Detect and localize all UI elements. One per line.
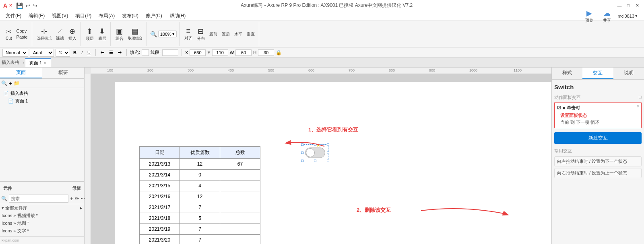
common-interaction-2[interactable]: 向右拖动结束时 / 设置为上一个状态 [554,168,642,178]
pages-tree: 📄 插入表格 📄 页面 1 [0,88,84,181]
combine-button[interactable]: ▣ 组合 [114,26,125,42]
layer-group: ⬆ 顶层 ⬇ 底层 [82,22,111,46]
canvas-background[interactable]: 日期 优质篇数 总数 2021/3/1312672021/3/1402021/3… [91,74,551,244]
h-input[interactable] [258,49,274,56]
zoom-group: 🔍 100% ▾ [148,22,180,46]
brand-footer: kkpan.com [0,236,84,244]
align-center-button[interactable]: ☰ [107,49,115,55]
align-left-button[interactable]: ⬅ [99,49,106,55]
component-group-1[interactable]: Icons » 视频播放 * [0,212,84,219]
dropdown-icon: ▾ [635,13,638,18]
paste-button[interactable]: Paste [15,34,29,40]
align-button[interactable]: ≡ 对齐 [183,26,194,42]
menu-layout[interactable]: 布局(A) [95,12,118,20]
search-components-input[interactable] [9,195,68,203]
username-display[interactable]: mcl0813 ▾ [617,13,638,18]
align-buttons: ≡ 对齐 ⊟ 分布 置前 置后 水平 垂直 [183,23,256,45]
table-cell-5-0: 2021/3/18 [140,213,180,224]
top-layer-button[interactable]: ⬆ 顶层 [84,26,95,42]
fontsize-select[interactable]: 13 [56,49,70,57]
interaction-tab[interactable]: 交互 [582,68,613,79]
interaction-section-label: 动作面板交互 □ [554,94,642,102]
undo-icon[interactable]: ↩ [25,2,30,9]
format-toolbar: Normal Arial 13 B I U ⬅ ☰ ➡ 填充: 线段: X Y … [0,47,644,58]
vertical-button[interactable]: 垂直 [245,31,256,38]
bottom-layer-button[interactable]: ⬇ 底层 [97,26,108,42]
copy-button[interactable]: Copy [15,28,29,34]
preview-button[interactable]: ▶ 预览 [582,9,597,23]
select-mode-button[interactable]: ⊹ 选择模式 [35,26,53,42]
menu-project[interactable]: 项目(P) [72,12,95,20]
tools-buttons: ⊹ 选择模式 ⟋ 连接 ⊕ 插入 [35,23,78,45]
component-group-2[interactable]: Icons » 地图 * [0,219,84,227]
page-tree-item-1[interactable]: 📄 插入表格 [2,90,83,97]
distribute-button[interactable]: ⊟ 分布 [195,26,206,42]
maximize-button[interactable]: □ [625,2,632,9]
folder-icon[interactable]: 📁 [14,80,20,86]
zoom-controls: 🔍 100% ▾ [150,23,177,45]
component-lib-header[interactable]: ▾ 全部元件库 ▸ [0,204,84,212]
back-button[interactable]: 置后 [220,31,231,38]
table-row: 2021/3/131267 [140,159,260,170]
masters-tab[interactable]: 母板 [70,184,83,193]
add-component-icon[interactable]: + [70,195,73,202]
y-label: Y [207,50,210,55]
group2-label: Icons » 地图 * [2,220,29,226]
share-button[interactable]: ☁ 共享 [600,9,614,23]
data-table: 日期 优质篇数 总数 2021/3/1312672021/3/1402021/3… [139,146,260,244]
zoom-dropdown-icon[interactable]: ▾ [172,31,175,37]
menu-publish[interactable]: 发布(U) [119,12,142,20]
bold-button[interactable]: B [72,50,78,55]
menu-help[interactable]: 帮助(H) [166,12,189,20]
menu-file[interactable]: 文件(F) [2,12,25,20]
connect-button[interactable]: ⟋ 连接 [54,26,66,42]
cut-button[interactable]: ✂ Cut [4,27,14,41]
insert-button[interactable]: ⊕ 插入 [67,26,78,42]
font-select[interactable]: Arial [30,49,54,57]
page-tab-1-close[interactable]: ✕ [43,61,47,65]
titlebar: A ✕ 💾 ↩ ↪ Axure练习 - Axure RP 9 Pro Editi… [0,0,644,11]
style-select[interactable]: Normal [2,49,28,57]
front-button[interactable]: 置前 [208,31,219,38]
close-button[interactable]: ✕ [634,2,641,9]
back-label: 置后 [222,31,230,37]
menu-view[interactable]: 视图(V) [49,12,71,20]
undo-combine-button[interactable]: ▤ 取消组合 [126,26,144,42]
style-tab[interactable]: 样式 [552,68,582,79]
pages-tab[interactable]: 页面 [0,68,42,78]
add-page-icon[interactable]: + [9,80,12,86]
italic-button[interactable]: I [80,50,84,55]
w-input[interactable] [235,49,252,56]
stroke-color-swatch[interactable] [162,49,178,56]
underline-button[interactable]: U [86,50,92,55]
align-right-button[interactable]: ➡ [116,49,123,55]
components-section-header: 元件 母板 [0,183,84,193]
menu-account[interactable]: 账户(C) [142,12,165,20]
group1-label: Icons » 视频播放 * [2,213,38,219]
table-header-total: 总数 [220,147,260,159]
new-interaction-button[interactable]: 新建交互 [554,132,642,144]
y-input[interactable] [212,49,228,56]
component-group-3[interactable]: Icons » 文字 * [0,227,84,235]
save-icon[interactable]: 💾 [16,2,23,9]
level-button[interactable]: 水平 [233,31,244,38]
edit-component-icon[interactable]: ✏ [75,196,79,201]
outline-tab[interactable]: 概要 [42,68,85,78]
menu-edit[interactable]: 编辑(E) [25,12,48,20]
notes-tab[interactable]: 说明 [613,68,644,79]
common-interaction-1[interactable]: 向左拖动结束时 / 设置为下一个状态 [554,156,642,166]
click-interaction-item[interactable]: ☑ ■ 单击时 设置面板状态 当前 到 下一项 循环 ✕ [554,102,642,128]
preview-icon: ▶ [586,9,592,18]
components-tab[interactable]: 元件 [2,184,14,193]
minimize-button[interactable]: — [616,2,623,9]
table-row: 2021/3/1612 [140,191,260,202]
table-cell-2-1: 4 [180,180,220,191]
redo-icon[interactable]: ↪ [33,2,37,9]
page-tab-1[interactable]: 页面 1 ✕ [25,58,51,67]
page-tree-item-2[interactable]: 📄 页面 1 [2,97,83,105]
close-interaction-icon[interactable]: ✕ [636,104,640,109]
ruler-tick-700: 700 [349,68,355,72]
fill-color-swatch[interactable] [142,49,149,56]
canvas-area[interactable]: 100 200 300 400 500 600 700 800 900 1000… [85,68,551,244]
x-input[interactable] [190,49,206,56]
